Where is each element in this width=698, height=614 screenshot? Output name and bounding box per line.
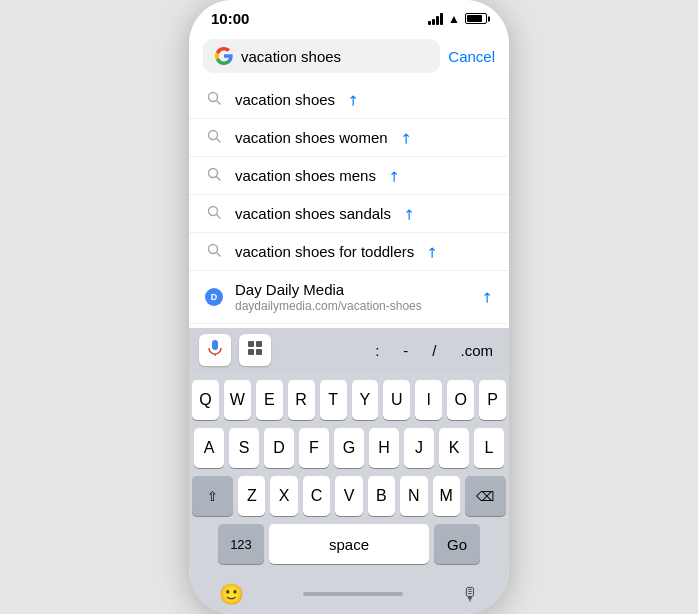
svg-line-5 [217,177,221,181]
emoji-button[interactable]: 🙂 [219,582,244,606]
key-a[interactable]: A [194,428,224,468]
key-s[interactable]: S [229,428,259,468]
search-bar[interactable]: vacation shoes [203,39,440,73]
dictation-button[interactable]: 🎙 [461,584,479,605]
google-logo [215,47,233,65]
list-item[interactable]: vacation shoes for toddlers ↗ [189,233,509,271]
colon-key[interactable]: : [369,338,385,363]
key-row-3: ⇧ Z X C V B N M ⌫ [192,476,506,516]
status-time: 10:00 [211,10,249,27]
suggestion-text: vacation shoes women [235,129,388,146]
search-icon [205,167,223,184]
key-i[interactable]: I [415,380,442,420]
key-row-4: 123 space Go [192,524,506,564]
search-icon [205,129,223,146]
key-p[interactable]: P [479,380,506,420]
dash-key[interactable]: - [397,338,414,363]
key-h[interactable]: H [369,428,399,468]
keyboard-toolbar: : - / .com [189,328,509,372]
key-f[interactable]: F [299,428,329,468]
grid-icon [246,339,264,357]
suggestion-text: vacation shoes [235,91,335,108]
suggestion-text: vacation shoes for toddlers [235,243,414,260]
svg-rect-15 [256,349,262,355]
keyboard-rows: Q W E R T Y U I O P A S D F G H J K [189,372,509,576]
svg-line-1 [217,101,221,105]
wifi-icon: ▲ [448,12,460,26]
go-key[interactable]: Go [434,524,480,564]
grid-toolbar-button[interactable] [239,334,271,366]
key-r[interactable]: R [288,380,315,420]
bottom-bar: 🙂 🎙 [189,576,509,614]
suggestion-text-block: Day Daily Media daydailymedia.com/vacati… [235,281,469,313]
key-b[interactable]: B [368,476,395,516]
search-icon [205,243,223,260]
svg-line-7 [217,215,221,219]
key-y[interactable]: Y [352,380,379,420]
search-icon [205,91,223,108]
status-bar: 10:00 ▲ [189,0,509,31]
arrow-icon: ↗ [399,204,419,224]
key-z[interactable]: Z [238,476,265,516]
svg-rect-10 [212,340,218,350]
numbers-key[interactable]: 123 [218,524,264,564]
svg-rect-13 [256,341,262,347]
list-item[interactable]: vacation shoes mens ↗ [189,157,509,195]
key-v[interactable]: V [335,476,362,516]
list-item[interactable]: vacation shoes sandals ↗ [189,195,509,233]
suggestions-list: vacation shoes ↗ vacation shoes women ↗ … [189,81,509,328]
suggestion-text: vacation shoes sandals [235,205,391,222]
suggestion-title: Day Daily Media [235,281,469,298]
arrow-icon: ↗ [396,128,416,148]
key-u[interactable]: U [383,380,410,420]
key-x[interactable]: X [270,476,297,516]
key-n[interactable]: N [400,476,427,516]
key-w[interactable]: W [224,380,251,420]
svg-rect-12 [248,341,254,347]
phone-frame: 10:00 ▲ vacation shoes C [189,0,509,614]
signal-icon [428,13,443,25]
key-o[interactable]: O [447,380,474,420]
suggestion-url: daydailymedia.com/vacation-shoes [235,299,469,313]
space-key[interactable]: space [269,524,429,564]
search-input[interactable]: vacation shoes [241,48,428,65]
site-favicon: D [205,288,223,306]
mic-toolbar-button[interactable] [199,334,231,366]
key-row-1: Q W E R T Y U I O P [192,380,506,420]
key-l[interactable]: L [474,428,504,468]
svg-rect-14 [248,349,254,355]
cancel-button[interactable]: Cancel [448,48,495,65]
svg-line-9 [217,253,221,257]
list-item[interactable]: D Day Daily Media daydailymedia.com/vaca… [189,271,509,324]
search-icon [205,205,223,222]
keyboard: : - / .com Q W E R T Y U I O P [189,328,509,614]
suggestion-text: vacation shoes mens [235,167,376,184]
key-c[interactable]: C [303,476,330,516]
search-bar-container: vacation shoes Cancel [189,31,509,81]
key-j[interactable]: J [404,428,434,468]
status-icons: ▲ [428,12,487,26]
list-item[interactable]: vacation shoes ↗ [189,81,509,119]
key-e[interactable]: E [256,380,283,420]
arrow-icon: ↗ [343,90,363,110]
key-m[interactable]: M [433,476,460,516]
arrow-icon: ↗ [477,287,497,307]
svg-line-3 [217,139,221,143]
shift-key[interactable]: ⇧ [192,476,233,516]
key-g[interactable]: G [334,428,364,468]
backspace-key[interactable]: ⌫ [465,476,506,516]
key-k[interactable]: K [439,428,469,468]
key-row-2: A S D F G H J K L [192,428,506,468]
arrow-icon: ↗ [384,166,404,186]
dotcom-key[interactable]: .com [454,338,499,363]
mic-icon [206,339,224,357]
key-d[interactable]: D [264,428,294,468]
slash-key[interactable]: / [426,338,442,363]
keyboard-toolbar-left [199,334,271,366]
battery-icon [465,13,487,24]
home-indicator [303,592,403,596]
keyboard-toolbar-right: : - / .com [369,338,499,363]
key-q[interactable]: Q [192,380,219,420]
key-t[interactable]: T [320,380,347,420]
list-item[interactable]: vacation shoes women ↗ [189,119,509,157]
